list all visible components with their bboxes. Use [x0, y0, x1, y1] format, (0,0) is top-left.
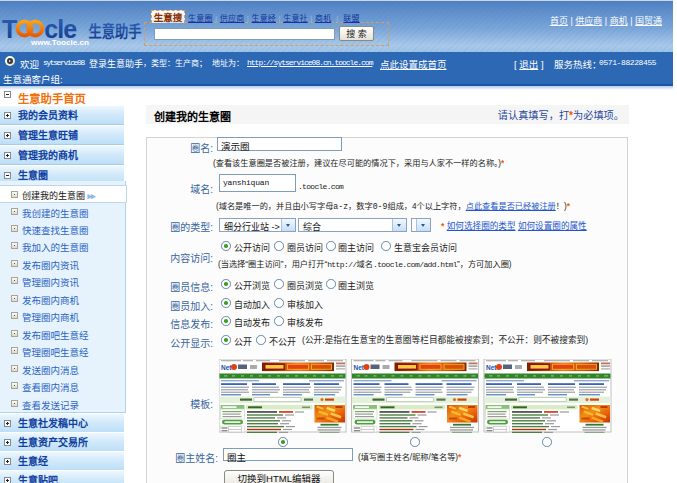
svg-text:T: T [2, 15, 17, 43]
svg-text:www.Toocle.cn: www.Toocle.cn [30, 38, 89, 47]
svg-text:生意助手: 生意助手 [89, 22, 142, 40]
